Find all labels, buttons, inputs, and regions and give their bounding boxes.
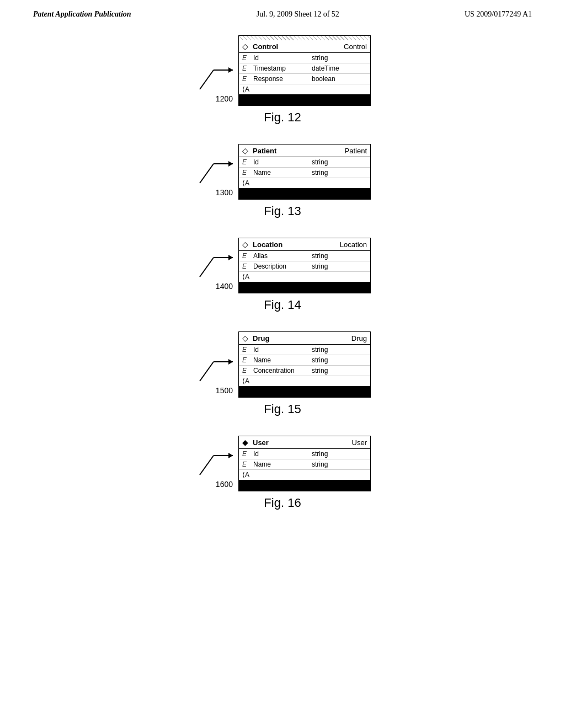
uml-row-1: EDescriptionstring — [239, 261, 370, 272]
row-name-0: Alias — [253, 252, 308, 260]
uml-title: Location — [253, 240, 282, 249]
row-type-0: string — [312, 252, 328, 260]
svg-marker-2 — [228, 67, 233, 73]
uml-footer: ⟨A — [239, 272, 370, 282]
arrow-icon-fig15 — [194, 351, 233, 384]
header-center: Jul. 9, 2009 Sheet 12 of 52 — [257, 10, 339, 19]
uml-title: Patient — [253, 147, 276, 155]
fig-caption-fig13: Fig. 13 — [264, 204, 301, 218]
arrow-icon-fig12 — [194, 59, 233, 92]
uml-row-0: EIdstring — [239, 345, 370, 355]
uml-type: Control — [327, 42, 367, 51]
row-name-1: Name — [253, 169, 308, 176]
uml-type: Location — [323, 240, 367, 249]
uml-footer: ⟨A — [239, 84, 370, 94]
header-left: Patent Application Publication — [33, 10, 131, 19]
uml-box-fig13: ◇PatientPatientEIdstringENamestring⟨A — [238, 144, 371, 200]
open-diamond-icon: ◇ — [242, 42, 248, 51]
uml-title: Control — [253, 42, 278, 51]
uml-bottom-bar — [239, 386, 370, 397]
uml-type: Drug — [335, 334, 367, 342]
uml-row-1: ENamestring — [239, 355, 370, 366]
uml-row-0: EAliasstring — [239, 251, 370, 261]
svg-marker-8 — [228, 255, 233, 260]
arrow-icon-fig13 — [194, 153, 233, 186]
uml-bottom-bar — [239, 94, 370, 105]
fig-caption-fig12: Fig. 12 — [264, 110, 301, 125]
uml-bottom-bar — [239, 188, 370, 199]
figures-content: 1200◇ControlControlEIdstringETimestampda… — [0, 24, 565, 540]
svg-line-9 — [200, 362, 214, 381]
uml-footer: ⟨A — [239, 178, 370, 188]
row-type-1: string — [312, 356, 328, 364]
uml-footer: ⟨A — [239, 376, 370, 386]
figure-section-fig13: 1300◇PatientPatientEIdstringENamestring⟨… — [33, 144, 532, 218]
svg-line-6 — [200, 258, 214, 277]
svg-line-0 — [200, 70, 214, 89]
fig-number-fig14: 1400 — [216, 282, 233, 291]
uml-header-fig14: ◇LocationLocation — [239, 238, 370, 251]
row-type-1: string — [312, 169, 328, 176]
svg-line-3 — [200, 164, 214, 183]
uml-bottom-bar — [239, 282, 370, 293]
row-type-1: string — [312, 461, 328, 468]
row-name-2: Concentration — [253, 367, 308, 374]
open-diamond-icon: ◇ — [242, 334, 248, 342]
svg-marker-14 — [228, 453, 233, 458]
uml-row-1: ENamestring — [239, 459, 370, 470]
uml-row-1: ENamestring — [239, 168, 370, 178]
figure-section-fig15: 1500◇DrugDrugEIdstringENamestringEConcen… — [33, 331, 532, 416]
row-type-0: string — [312, 54, 328, 62]
open-diamond-icon: ◇ — [242, 146, 248, 155]
uml-row-0: EIdstring — [239, 449, 370, 459]
fig-caption-fig16: Fig. 16 — [264, 496, 301, 510]
header-right: US 2009/0177249 A1 — [465, 10, 532, 19]
fig-number-fig16: 1600 — [216, 480, 233, 489]
uml-box-fig12: ◇ControlControlEIdstringETimestampdateTi… — [238, 35, 371, 106]
row-name-0: Id — [253, 450, 308, 458]
row-name-1: Timestamp — [253, 65, 308, 72]
row-name-0: Id — [253, 346, 308, 354]
uml-box-fig14: ◇LocationLocationEAliasstringEDescriptio… — [238, 238, 371, 293]
svg-marker-11 — [228, 359, 233, 365]
fig-caption-fig14: Fig. 14 — [264, 298, 301, 312]
row-name-0: Id — [253, 158, 308, 166]
row-type-2: string — [312, 367, 328, 374]
uml-header-fig12: ◇ControlControl — [239, 40, 370, 53]
row-name-2: Response — [253, 75, 308, 83]
row-type-0: string — [312, 450, 328, 458]
row-name-1: Name — [253, 461, 308, 468]
filled-diamond-icon: ◆ — [242, 438, 248, 447]
uml-footer: ⟨A — [239, 470, 370, 480]
row-type-1: string — [312, 263, 328, 270]
uml-row-1: ETimestampdateTime — [239, 63, 370, 74]
hatch-bar — [239, 36, 370, 40]
uml-header-fig16: ◆UserUser — [239, 436, 370, 449]
open-diamond-icon: ◇ — [242, 240, 248, 249]
uml-row-2: EConcentrationstring — [239, 366, 370, 376]
arrow-icon-fig14 — [194, 247, 233, 280]
uml-header-fig15: ◇DrugDrug — [239, 332, 370, 345]
uml-header-fig13: ◇PatientPatient — [239, 144, 370, 157]
row-name-0: Id — [253, 54, 308, 62]
row-type-1: dateTime — [312, 65, 339, 72]
figure-section-fig12: 1200◇ControlControlEIdstringETimestampda… — [33, 35, 532, 125]
row-type-0: string — [312, 346, 328, 354]
uml-type: Patient — [328, 147, 367, 155]
fig-number-fig15: 1500 — [216, 386, 233, 395]
figure-section-fig14: 1400◇LocationLocationEAliasstringEDescri… — [33, 238, 532, 312]
uml-bottom-bar — [239, 480, 370, 491]
fig-caption-fig15: Fig. 15 — [264, 402, 301, 416]
uml-title: Drug — [253, 334, 269, 342]
figure-section-fig16: 1600◆UserUserEIdstringENamestring⟨AFig. … — [33, 436, 532, 510]
row-type-2: boolean — [312, 75, 335, 83]
row-type-0: string — [312, 158, 328, 166]
uml-box-fig16: ◆UserUserEIdstringENamestring⟨A — [238, 436, 371, 491]
uml-row-0: EIdstring — [239, 157, 370, 168]
uml-box-fig15: ◇DrugDrugEIdstringENamestringEConcentrat… — [238, 331, 371, 398]
row-name-1: Description — [253, 263, 308, 270]
svg-line-12 — [200, 456, 214, 475]
uml-title: User — [253, 438, 269, 447]
page-header: Patent Application Publication Jul. 9, 2… — [0, 0, 565, 24]
fig-number-fig12: 1200 — [216, 94, 233, 103]
